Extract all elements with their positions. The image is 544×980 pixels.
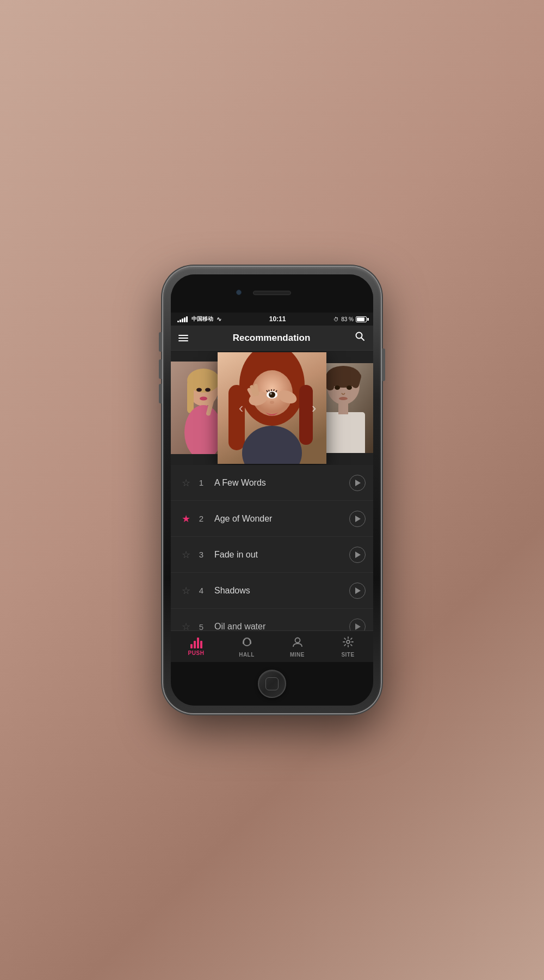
svg-point-42 xyxy=(339,397,348,400)
star-3[interactable]: ☆ xyxy=(178,549,194,561)
tab-mine-label: MINE xyxy=(290,652,305,658)
page-title: Recommendation xyxy=(233,333,311,344)
push-icon xyxy=(190,638,202,648)
play-button-3[interactable] xyxy=(349,547,366,563)
song-title-3: Fade in out xyxy=(209,550,349,560)
signal-icon xyxy=(177,316,188,322)
tab-site[interactable]: SITE xyxy=(329,636,367,658)
song-item-2[interactable]: ★ 2 Age of Wonder xyxy=(171,501,373,537)
tab-bar: PUSH HALL xyxy=(171,630,373,662)
phone-inner: 中国移动 ∿ 10:11 ⏱ 83 % xyxy=(171,274,373,706)
menu-button[interactable] xyxy=(178,335,188,341)
tab-hall[interactable]: HALL xyxy=(228,636,266,658)
tab-hall-label: HALL xyxy=(239,652,255,658)
svg-point-48 xyxy=(295,638,300,642)
play-button-2[interactable] xyxy=(349,511,366,527)
status-time: 10:11 xyxy=(269,315,286,323)
tab-push-label: PUSH xyxy=(188,650,205,656)
svg-line-28 xyxy=(269,390,269,391)
app-header: Recommendation xyxy=(171,326,373,351)
star-4[interactable]: ☆ xyxy=(178,585,194,597)
play-button-5[interactable] xyxy=(349,618,366,630)
status-left: 中国移动 ∿ xyxy=(177,315,221,323)
speaker xyxy=(253,291,291,295)
svg-point-26 xyxy=(270,393,272,395)
home-button[interactable] xyxy=(258,670,286,698)
battery-icon xyxy=(356,316,367,322)
play-icon-1 xyxy=(355,480,361,486)
svg-rect-16 xyxy=(228,385,245,450)
svg-point-25 xyxy=(269,392,275,398)
svg-line-30 xyxy=(274,389,274,391)
song-title-5: Oil and water xyxy=(209,622,349,630)
svg-point-32 xyxy=(270,401,274,404)
play-icon-4 xyxy=(355,587,361,594)
gear-icon xyxy=(342,636,354,650)
song-title-1: A Few Words xyxy=(209,478,349,488)
person-icon xyxy=(292,636,304,650)
song-list: ☆ 1 A Few Words ★ 2 Age of Wonder xyxy=(171,465,373,630)
status-right: ⏱ 83 % xyxy=(333,316,367,322)
top-bezel xyxy=(171,274,373,313)
svg-rect-6 xyxy=(187,381,194,413)
song-number-2: 2 xyxy=(194,514,209,523)
play-icon-5 xyxy=(355,623,361,630)
carousel: ‹ › xyxy=(171,351,373,465)
svg-rect-44 xyxy=(338,402,348,414)
svg-rect-46 xyxy=(243,641,244,644)
song-item-1[interactable]: ☆ 1 A Few Words xyxy=(171,465,373,501)
song-number-1: 1 xyxy=(194,478,209,487)
svg-point-11 xyxy=(205,388,211,392)
home-button-inner xyxy=(265,677,279,690)
tab-site-label: SITE xyxy=(341,652,354,658)
tab-mine[interactable]: MINE xyxy=(279,636,317,658)
song-title-2: Age of Wonder xyxy=(209,514,349,524)
battery-percent: 83 % xyxy=(341,316,354,322)
wifi-icon: ∿ xyxy=(217,316,221,323)
song-title-4: Shadows xyxy=(209,586,349,596)
status-bar: 中国移动 ∿ 10:11 ⏱ 83 % xyxy=(171,313,373,326)
clock-icon: ⏱ xyxy=(333,316,339,322)
camera xyxy=(236,290,242,295)
play-button-1[interactable] xyxy=(349,475,366,491)
svg-line-1 xyxy=(361,338,364,341)
carousel-left-arrow[interactable]: ‹ xyxy=(233,400,249,415)
song-number-3: 3 xyxy=(194,550,209,559)
svg-point-10 xyxy=(196,388,202,392)
play-icon-3 xyxy=(355,552,361,558)
svg-rect-43 xyxy=(322,412,365,453)
star-1[interactable]: ☆ xyxy=(178,477,194,489)
bottom-bezel xyxy=(171,662,373,706)
star-5[interactable]: ☆ xyxy=(178,621,194,630)
song-number-5: 5 xyxy=(194,622,209,631)
play-icon-2 xyxy=(355,516,361,522)
svg-point-49 xyxy=(347,640,350,644)
carrier-label: 中国移动 xyxy=(191,315,213,323)
svg-rect-47 xyxy=(250,641,251,644)
song-item-3[interactable]: ☆ 3 Fade in out xyxy=(171,537,373,573)
song-item-4[interactable]: ☆ 4 Shadows xyxy=(171,573,373,609)
song-item-5[interactable]: ☆ 5 Oil and water xyxy=(171,609,373,630)
carousel-right-arrow[interactable]: › xyxy=(306,400,322,415)
song-number-4: 4 xyxy=(194,586,209,595)
svg-point-12 xyxy=(200,397,207,401)
svg-point-41 xyxy=(347,385,352,390)
tab-push[interactable]: PUSH xyxy=(177,638,215,656)
play-button-4[interactable] xyxy=(349,583,366,599)
screen: 中国移动 ∿ 10:11 ⏱ 83 % xyxy=(171,313,373,662)
headphone-icon xyxy=(241,636,253,650)
svg-point-40 xyxy=(335,385,340,390)
phone-frame: 中国移动 ∿ 10:11 ⏱ 83 % xyxy=(163,267,381,713)
search-button[interactable] xyxy=(355,331,366,345)
star-2[interactable]: ★ xyxy=(178,513,194,525)
